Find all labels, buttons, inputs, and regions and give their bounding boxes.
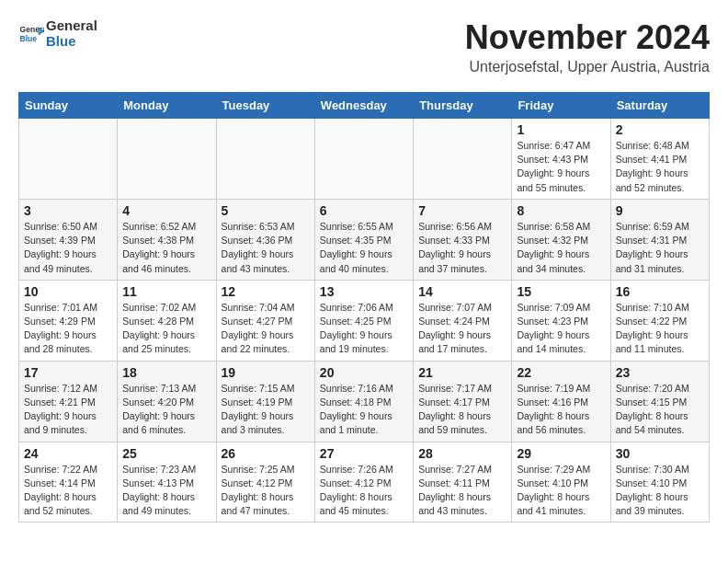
day-number: 2 <box>616 122 704 137</box>
calendar-cell: 13Sunrise: 7:06 AM Sunset: 4:25 PM Dayli… <box>314 280 413 361</box>
day-header-wednesday: Wednesday <box>314 93 413 119</box>
day-info: Sunrise: 6:53 AM Sunset: 4:36 PM Dayligh… <box>222 220 310 276</box>
day-number: 20 <box>320 365 408 380</box>
day-header-tuesday: Tuesday <box>216 93 314 119</box>
day-number: 13 <box>320 284 408 299</box>
calendar-cell: 4Sunrise: 6:52 AM Sunset: 4:38 PM Daylig… <box>118 199 216 280</box>
day-info: Sunrise: 7:17 AM Sunset: 4:17 PM Dayligh… <box>418 382 506 438</box>
day-number: 26 <box>222 446 310 461</box>
day-info: Sunrise: 7:15 AM Sunset: 4:19 PM Dayligh… <box>222 382 310 438</box>
day-number: 24 <box>24 446 112 461</box>
calendar-cell: 6Sunrise: 6:55 AM Sunset: 4:35 PM Daylig… <box>314 199 413 280</box>
day-number: 5 <box>222 203 310 218</box>
day-info: Sunrise: 6:59 AM Sunset: 4:31 PM Dayligh… <box>616 220 704 276</box>
calendar-cell: 16Sunrise: 7:10 AM Sunset: 4:22 PM Dayli… <box>610 280 709 361</box>
day-number: 3 <box>24 203 112 218</box>
calendar-cell: 11Sunrise: 7:02 AM Sunset: 4:28 PM Dayli… <box>118 280 216 361</box>
day-number: 21 <box>418 365 506 380</box>
day-number: 30 <box>616 446 704 461</box>
day-number: 9 <box>616 203 704 218</box>
day-info: Sunrise: 7:16 AM Sunset: 4:18 PM Dayligh… <box>320 382 408 438</box>
calendar-cell: 27Sunrise: 7:26 AM Sunset: 4:12 PM Dayli… <box>314 442 413 523</box>
day-info: Sunrise: 7:20 AM Sunset: 4:15 PM Dayligh… <box>616 382 704 438</box>
day-info: Sunrise: 7:12 AM Sunset: 4:21 PM Dayligh… <box>24 382 112 438</box>
day-header-sunday: Sunday <box>19 93 118 119</box>
calendar-cell: 7Sunrise: 6:56 AM Sunset: 4:33 PM Daylig… <box>414 199 512 280</box>
day-number: 29 <box>517 446 605 461</box>
calendar-cell: 9Sunrise: 6:59 AM Sunset: 4:31 PM Daylig… <box>610 199 709 280</box>
calendar-cell: 17Sunrise: 7:12 AM Sunset: 4:21 PM Dayli… <box>19 361 118 442</box>
day-info: Sunrise: 7:25 AM Sunset: 4:12 PM Dayligh… <box>222 463 310 519</box>
day-number: 19 <box>222 365 310 380</box>
day-number: 1 <box>517 122 605 137</box>
calendar-subtitle: Unterjosefstal, Upper Austria, Austria <box>465 59 710 75</box>
day-number: 7 <box>418 203 506 218</box>
day-header-thursday: Thursday <box>414 93 512 119</box>
day-info: Sunrise: 6:47 AM Sunset: 4:43 PM Dayligh… <box>517 139 605 195</box>
calendar-cell: 24Sunrise: 7:22 AM Sunset: 4:14 PM Dayli… <box>19 442 118 523</box>
day-number: 11 <box>122 284 210 299</box>
day-number: 14 <box>418 284 506 299</box>
svg-text:Blue: Blue <box>20 33 38 42</box>
day-info: Sunrise: 7:10 AM Sunset: 4:22 PM Dayligh… <box>616 301 704 357</box>
day-number: 28 <box>418 446 506 461</box>
day-info: Sunrise: 7:19 AM Sunset: 4:16 PM Dayligh… <box>517 382 605 438</box>
calendar-cell <box>414 119 512 200</box>
calendar-cell <box>314 119 413 200</box>
calendar-cell: 29Sunrise: 7:29 AM Sunset: 4:10 PM Dayli… <box>512 442 610 523</box>
calendar-cell: 25Sunrise: 7:23 AM Sunset: 4:13 PM Dayli… <box>118 442 216 523</box>
day-info: Sunrise: 7:23 AM Sunset: 4:13 PM Dayligh… <box>122 463 210 519</box>
day-info: Sunrise: 7:02 AM Sunset: 4:28 PM Dayligh… <box>122 301 210 357</box>
calendar-cell: 1Sunrise: 6:47 AM Sunset: 4:43 PM Daylig… <box>512 119 610 200</box>
calendar-cell: 22Sunrise: 7:19 AM Sunset: 4:16 PM Dayli… <box>512 361 610 442</box>
calendar-cell: 21Sunrise: 7:17 AM Sunset: 4:17 PM Dayli… <box>414 361 512 442</box>
day-number: 25 <box>122 446 210 461</box>
day-info: Sunrise: 7:30 AM Sunset: 4:10 PM Dayligh… <box>616 463 704 519</box>
calendar-cell: 8Sunrise: 6:58 AM Sunset: 4:32 PM Daylig… <box>512 199 610 280</box>
calendar-cell: 28Sunrise: 7:27 AM Sunset: 4:11 PM Dayli… <box>414 442 512 523</box>
day-info: Sunrise: 6:58 AM Sunset: 4:32 PM Dayligh… <box>517 220 605 276</box>
calendar-title: November 2024 <box>465 18 710 57</box>
calendar-cell <box>19 119 118 200</box>
calendar-cell <box>216 119 314 200</box>
calendar-cell: 5Sunrise: 6:53 AM Sunset: 4:36 PM Daylig… <box>216 199 314 280</box>
day-number: 4 <box>122 203 210 218</box>
day-number: 18 <box>122 365 210 380</box>
day-number: 6 <box>320 203 408 218</box>
day-info: Sunrise: 7:01 AM Sunset: 4:29 PM Dayligh… <box>24 301 112 357</box>
day-number: 16 <box>616 284 704 299</box>
day-info: Sunrise: 7:06 AM Sunset: 4:25 PM Dayligh… <box>320 301 408 357</box>
day-info: Sunrise: 7:27 AM Sunset: 4:11 PM Dayligh… <box>418 463 506 519</box>
calendar-cell: 15Sunrise: 7:09 AM Sunset: 4:23 PM Dayli… <box>512 280 610 361</box>
calendar-cell: 2Sunrise: 6:48 AM Sunset: 4:41 PM Daylig… <box>610 119 709 200</box>
day-info: Sunrise: 7:26 AM Sunset: 4:12 PM Dayligh… <box>320 463 408 519</box>
calendar-cell: 30Sunrise: 7:30 AM Sunset: 4:10 PM Dayli… <box>610 442 709 523</box>
day-number: 17 <box>24 365 112 380</box>
calendar-cell: 10Sunrise: 7:01 AM Sunset: 4:29 PM Dayli… <box>19 280 118 361</box>
calendar-cell: 3Sunrise: 6:50 AM Sunset: 4:39 PM Daylig… <box>19 199 118 280</box>
day-number: 22 <box>517 365 605 380</box>
day-info: Sunrise: 6:50 AM Sunset: 4:39 PM Dayligh… <box>24 220 112 276</box>
day-info: Sunrise: 7:22 AM Sunset: 4:14 PM Dayligh… <box>24 463 112 519</box>
day-info: Sunrise: 6:48 AM Sunset: 4:41 PM Dayligh… <box>616 139 704 195</box>
calendar-cell: 26Sunrise: 7:25 AM Sunset: 4:12 PM Dayli… <box>216 442 314 523</box>
logo-icon: General Blue <box>18 21 44 47</box>
day-info: Sunrise: 7:04 AM Sunset: 4:27 PM Dayligh… <box>222 301 310 357</box>
calendar-table: SundayMondayTuesdayWednesdayThursdayFrid… <box>18 92 710 523</box>
day-header-friday: Friday <box>512 93 610 119</box>
calendar-cell: 23Sunrise: 7:20 AM Sunset: 4:15 PM Dayli… <box>610 361 709 442</box>
day-header-saturday: Saturday <box>610 93 709 119</box>
day-info: Sunrise: 7:13 AM Sunset: 4:20 PM Dayligh… <box>122 382 210 438</box>
day-info: Sunrise: 6:55 AM Sunset: 4:35 PM Dayligh… <box>320 220 408 276</box>
logo-line2: Blue <box>46 34 97 50</box>
logo: General Blue General Blue <box>18 18 97 49</box>
day-header-monday: Monday <box>118 93 216 119</box>
calendar-cell: 18Sunrise: 7:13 AM Sunset: 4:20 PM Dayli… <box>118 361 216 442</box>
calendar-cell: 19Sunrise: 7:15 AM Sunset: 4:19 PM Dayli… <box>216 361 314 442</box>
day-info: Sunrise: 7:07 AM Sunset: 4:24 PM Dayligh… <box>418 301 506 357</box>
day-number: 10 <box>24 284 112 299</box>
day-info: Sunrise: 6:52 AM Sunset: 4:38 PM Dayligh… <box>122 220 210 276</box>
day-number: 8 <box>517 203 605 218</box>
calendar-cell: 12Sunrise: 7:04 AM Sunset: 4:27 PM Dayli… <box>216 280 314 361</box>
calendar-cell: 14Sunrise: 7:07 AM Sunset: 4:24 PM Dayli… <box>414 280 512 361</box>
